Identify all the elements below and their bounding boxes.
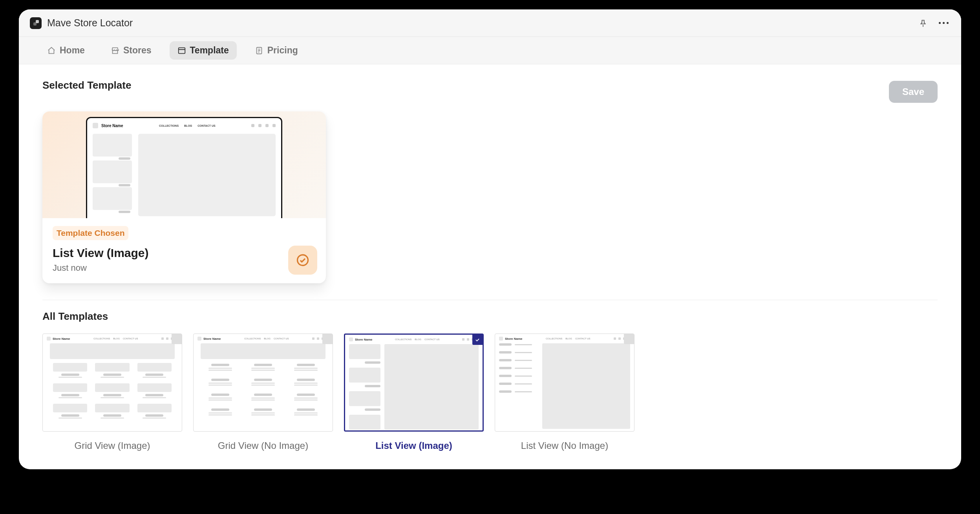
title-bar: Mave Store Locator	[19, 9, 961, 37]
tab-bar: Home Stores Template Pricing	[19, 37, 961, 64]
home-icon	[47, 46, 56, 55]
template-label: List View (Image)	[344, 440, 484, 451]
template-label: Grid View (No Image)	[193, 440, 333, 451]
template-label: Grid View (Image)	[42, 440, 182, 451]
svg-rect-0	[178, 47, 185, 53]
mockup-nav-item: BLOG	[184, 124, 192, 127]
selected-template-time: Just now	[53, 263, 316, 273]
mockup-nav: COLLECTIONS BLOG CONTACT US	[159, 124, 216, 127]
template-icon	[177, 46, 186, 55]
template-option-list-view-image[interactable]: Store NameCOLLECTIONSBLOGCONTACT US List…	[344, 334, 484, 451]
pricing-icon	[255, 46, 263, 55]
template-mockup: Store Name COLLECTIONS BLOG CONTACT US	[86, 117, 282, 218]
mockup-store-name: Store Name	[101, 124, 123, 128]
tab-label: Template	[190, 45, 229, 56]
selected-marker	[472, 335, 483, 345]
store-icon	[111, 46, 119, 55]
selected-template-meta: Template Chosen List View (Image) Just n…	[42, 218, 326, 283]
mockup-nav-item: CONTACT US	[197, 124, 215, 127]
mockup-nav-item: COLLECTIONS	[159, 124, 179, 127]
selected-template-title: Selected Template	[42, 79, 131, 91]
app-window: Mave Store Locator Home Stores Template …	[19, 9, 961, 469]
mockup-store-name: Store Name	[53, 337, 70, 341]
template-label: List View (No Image)	[495, 440, 634, 451]
title-bar-left: Mave Store Locator	[30, 17, 133, 29]
pin-button[interactable]	[916, 16, 930, 30]
mockup-store-name: Store Name	[355, 338, 372, 341]
check-icon	[475, 337, 480, 343]
tab-label: Pricing	[267, 45, 298, 56]
template-option-grid-view-no-image[interactable]: Store NameCOLLECTIONSBLOGCONTACT US	[193, 334, 333, 451]
selected-template-preview: Store Name COLLECTIONS BLOG CONTACT US	[42, 111, 326, 218]
app-icon	[30, 17, 42, 29]
templates-grid: Store NameCOLLECTIONSBLOGCONTACT US	[42, 334, 938, 451]
more-button[interactable]	[937, 16, 950, 30]
content: Selected Template Save Store Name COLLEC…	[19, 64, 961, 469]
selected-header-row: Selected Template Save	[42, 79, 938, 103]
corner-marker	[172, 334, 182, 344]
template-option-grid-view-image[interactable]: Store NameCOLLECTIONSBLOGCONTACT US	[42, 334, 182, 451]
corner-marker	[322, 334, 333, 344]
all-templates-title: All Templates	[42, 310, 938, 323]
pin-icon	[919, 19, 927, 27]
template-option-list-view-no-image[interactable]: Store NameCOLLECTIONSBLOGCONTACT US	[495, 334, 634, 451]
tab-template[interactable]: Template	[170, 41, 237, 60]
save-button[interactable]: Save	[889, 81, 938, 103]
template-thumb: Store NameCOLLECTIONSBLOGCONTACT US	[193, 334, 333, 432]
selected-template-name: List View (Image)	[53, 246, 316, 260]
tab-label: Stores	[123, 45, 152, 56]
selected-check-button[interactable]	[288, 246, 317, 275]
tab-label: Home	[60, 45, 85, 56]
more-icon	[939, 22, 949, 24]
template-thumb: Store NameCOLLECTIONSBLOGCONTACT US	[42, 334, 182, 432]
template-chosen-badge: Template Chosen	[53, 226, 128, 240]
selected-template-card: Store Name COLLECTIONS BLOG CONTACT US	[42, 111, 326, 283]
mockup-store-name: Store Name	[203, 337, 221, 341]
corner-marker	[624, 334, 634, 344]
check-circle-icon	[296, 253, 310, 267]
title-bar-right	[916, 16, 950, 30]
template-thumb: Store NameCOLLECTIONSBLOGCONTACT US	[344, 334, 484, 432]
divider	[42, 300, 938, 300]
tab-home[interactable]: Home	[39, 41, 93, 60]
template-thumb: Store NameCOLLECTIONSBLOGCONTACT US	[495, 334, 634, 432]
tab-pricing[interactable]: Pricing	[247, 41, 306, 60]
tab-stores[interactable]: Stores	[103, 41, 159, 60]
app-title: Mave Store Locator	[47, 17, 133, 29]
mockup-store-name: Store Name	[505, 337, 522, 341]
